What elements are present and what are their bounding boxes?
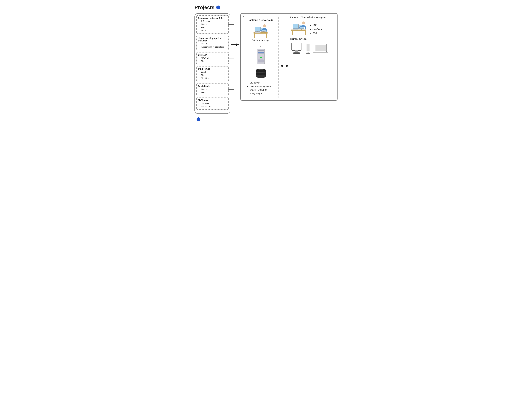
svg-rect-48 (316, 45, 326, 51)
database-developer-figure (252, 24, 270, 39)
project-items-3d-temple: 360 videos360 photos (198, 102, 227, 108)
project-item: Texts (201, 91, 227, 94)
project-item: 360 photos (201, 105, 227, 108)
svg-rect-8 (263, 31, 264, 32)
svg-rect-9 (255, 32, 260, 33)
server-illustration (255, 48, 267, 68)
svg-rect-28 (292, 31, 293, 35)
project-item: 3D objects (201, 77, 227, 80)
svg-rect-27 (291, 30, 306, 31)
page-title: Projects (194, 4, 215, 10)
svg-rect-16 (258, 53, 264, 54)
bidirectional-arrow (279, 34, 290, 98)
project-box-qing-tombs: Qing TombsExcelPhotos3D objects (196, 66, 229, 81)
frontend-developer-figure (290, 21, 308, 36)
backend-section: Backend (Server side) (243, 16, 279, 98)
project-box-singapore-historical-gis: Singapore Historical GISGIS mapsPhotosPD… (196, 15, 229, 33)
connector-line (229, 74, 234, 74)
project-item: PDF (201, 26, 227, 29)
frontend-section: Frontend (Client side) for user query (290, 16, 335, 98)
connector-line (229, 90, 234, 90)
svg-line-38 (305, 26, 305, 29)
svg-rect-18 (258, 60, 264, 62)
connector-line (229, 58, 234, 59)
svg-point-10 (263, 24, 266, 27)
svg-rect-39 (292, 43, 301, 50)
project-item: Word (201, 29, 227, 32)
project-item: Photos (201, 88, 227, 91)
project-title-singapore-historical-gis: Singapore Historical GIS (198, 17, 227, 19)
project-item: 360 videos (201, 102, 227, 105)
svg-point-23 (256, 75, 266, 78)
database-illustration (254, 68, 268, 80)
project-items-singapore-biographical: PeopleInterpersonal relationships (198, 42, 227, 49)
svg-rect-35 (293, 29, 298, 30)
project-item: Photos (201, 60, 227, 63)
database-developer-label: Database developer (252, 39, 270, 42)
svg-rect-50 (316, 53, 326, 53)
project-items-tomb-finder: PhotosTexts (198, 88, 227, 94)
diagram-container: Projects Singapore Historical GISGIS map… (194, 4, 338, 121)
svg-rect-2 (254, 33, 255, 38)
title-area: Projects (194, 4, 338, 10)
project-items-epigraph: XML/TEIPhotos (198, 57, 227, 63)
project-item: XML/TEI (201, 57, 227, 60)
backend-item: Database management system (MySQL or Pos… (250, 85, 275, 95)
project-item: Photos (201, 74, 227, 77)
tech-item: HTML (313, 23, 322, 27)
project-box-3d-temple: 3D Temple360 videos360 photos (196, 98, 229, 110)
backend-item: GIS server (250, 81, 275, 85)
frontend-developer-label: Frontend developer (290, 38, 335, 40)
connector-line (229, 43, 234, 43)
frontend-developer-illustration (290, 21, 308, 36)
project-item: GIS maps (201, 20, 227, 23)
project-title-3d-temple: 3D Temple (198, 99, 227, 101)
project-title-singapore-biographical: Singapore Biographical Database (198, 37, 227, 42)
client-devices-row (290, 43, 335, 54)
svg-rect-41 (294, 52, 299, 52)
svg-rect-42 (293, 52, 300, 54)
laptop-icon (313, 43, 329, 54)
left-to-backend-arrow (231, 13, 240, 46)
tech-item: CSS (313, 31, 322, 35)
svg-line-12 (267, 29, 267, 32)
svg-rect-3 (266, 33, 267, 38)
project-box-epigraph: EpigraphXML/TEIPhotos (196, 52, 229, 64)
connector-line (229, 24, 234, 25)
project-title-epigraph: Epigraph (198, 54, 227, 56)
project-title-qing-tombs: Qing Tombs (198, 68, 227, 70)
svg-rect-15 (258, 52, 264, 53)
backend-items-list: GIS serverDatabase management system (My… (246, 81, 275, 95)
svg-point-45 (308, 52, 308, 53)
right-arrow-icon (231, 43, 240, 46)
svg-point-36 (302, 21, 305, 24)
svg-rect-44 (306, 44, 310, 51)
developer-illustration (252, 24, 270, 39)
svg-point-17 (260, 57, 262, 59)
down-arrow-icon: ↓ (260, 44, 262, 48)
connector-line (229, 104, 234, 104)
frontend-outer-label: Frontend (Client side) for user query (290, 16, 335, 18)
double-arrow-icon (280, 64, 289, 68)
svg-rect-49 (313, 52, 328, 53)
svg-rect-40 (295, 50, 298, 52)
project-item: Interpersonal relationships (201, 45, 227, 49)
bottom-circle-icon (197, 117, 201, 121)
project-items-qing-tombs: ExcelPhotos3D objects (198, 71, 227, 80)
frontend-tech-list: HTMLJavaScriptCSS (310, 23, 322, 35)
project-item: Photos (201, 23, 227, 26)
backend-title: Backend (Server side) (248, 19, 274, 22)
mobile-phone-icon (305, 43, 311, 54)
svg-rect-46 (307, 44, 309, 44)
project-item: Excel (201, 71, 227, 74)
projects-column: Singapore Historical GISGIS mapsPhotosPD… (196, 15, 229, 110)
project-box-singapore-biographical: Singapore Biographical DatabasePeopleInt… (196, 36, 229, 50)
tech-item: JavaScript (313, 27, 322, 31)
project-item: People (201, 42, 227, 45)
svg-rect-29 (305, 31, 306, 35)
svg-rect-30 (293, 24, 299, 29)
project-items-singapore-historical-gis: GIS mapsPhotosPDFWord (198, 20, 227, 32)
svg-rect-34 (301, 29, 302, 30)
svg-rect-4 (255, 27, 261, 31)
project-title-tomb-finder: Tomb Finder (198, 85, 227, 87)
